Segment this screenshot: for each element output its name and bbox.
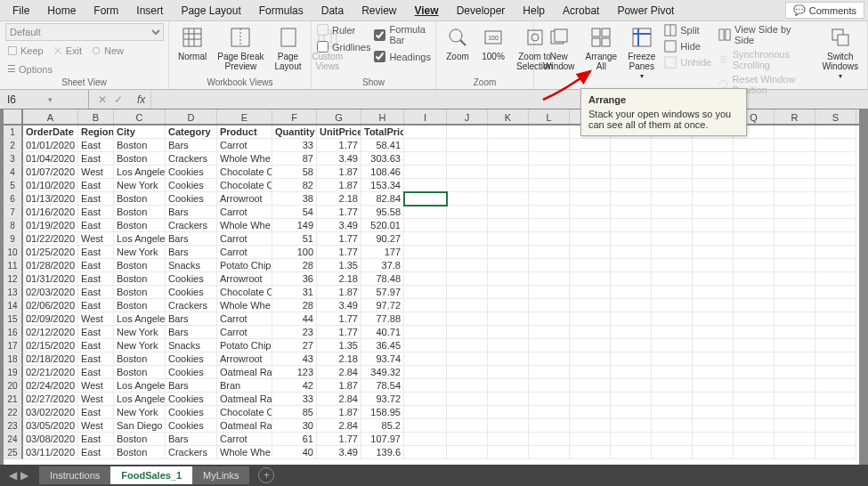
cell[interactable]: Oatmeal Ra	[217, 393, 272, 406]
cell[interactable]: 97.72	[361, 299, 404, 312]
cell[interactable]: Quantity	[272, 126, 317, 139]
cell[interactable]	[693, 299, 734, 312]
cell[interactable]: West	[78, 379, 114, 393]
cell[interactable]: 43	[272, 352, 317, 366]
cell[interactable]	[447, 446, 488, 459]
cell[interactable]: 2.18	[317, 272, 361, 286]
cell[interactable]	[447, 152, 488, 166]
cell[interactable]: Boston	[114, 272, 166, 286]
cell[interactable]: 40	[272, 446, 317, 459]
cell[interactable]: 03/02/2020	[23, 406, 78, 419]
cell[interactable]	[447, 299, 488, 312]
cell[interactable]: Region	[78, 126, 114, 139]
row-header[interactable]: 20	[4, 379, 23, 393]
cell[interactable]	[775, 366, 815, 379]
cell[interactable]: 1.77	[317, 246, 361, 259]
cell[interactable]	[570, 379, 611, 393]
tab-data[interactable]: Data	[312, 1, 353, 20]
cell[interactable]: 28	[272, 299, 317, 312]
row-header[interactable]: 11	[4, 259, 23, 272]
cell[interactable]: 2.84	[317, 393, 361, 406]
cell[interactable]	[404, 246, 447, 259]
cell[interactable]	[734, 286, 775, 299]
cell[interactable]	[488, 299, 529, 312]
cell[interactable]: Bars	[166, 433, 217, 446]
sync-scrolling-button[interactable]: Synchronous Scrolling	[717, 48, 815, 71]
cell[interactable]: 03/05/2020	[23, 419, 78, 433]
cell[interactable]	[447, 339, 488, 352]
cell[interactable]: OrderDate	[23, 126, 78, 139]
cell[interactable]	[815, 152, 856, 166]
row-header[interactable]: 21	[4, 393, 23, 406]
cell[interactable]	[488, 126, 529, 139]
cell[interactable]: 33	[272, 393, 317, 406]
cell[interactable]	[775, 259, 815, 272]
row-header[interactable]: 12	[4, 272, 23, 286]
cell[interactable]	[570, 352, 611, 366]
cell[interactable]	[529, 366, 570, 379]
cell[interactable]	[611, 352, 652, 366]
cell[interactable]: Chocolate C	[217, 179, 272, 192]
cell[interactable]	[815, 433, 856, 446]
cell[interactable]	[693, 406, 734, 419]
cancel-formula-icon[interactable]: ✕	[98, 93, 107, 106]
cell[interactable]	[775, 326, 815, 339]
cell[interactable]: West	[78, 419, 114, 433]
cell[interactable]	[404, 179, 447, 192]
cell[interactable]	[488, 166, 529, 179]
cell[interactable]	[652, 179, 693, 192]
cell[interactable]	[652, 352, 693, 366]
cell[interactable]	[529, 379, 570, 393]
column-header[interactable]: B	[78, 109, 114, 124]
cell[interactable]	[570, 232, 611, 246]
cell[interactable]: 1.87	[317, 379, 361, 393]
cell[interactable]	[652, 139, 693, 152]
cell[interactable]: Crackers	[166, 299, 217, 312]
cell[interactable]	[611, 152, 652, 166]
cell[interactable]	[775, 126, 815, 139]
cell[interactable]: 02/27/2020	[23, 393, 78, 406]
cell[interactable]	[611, 192, 652, 206]
cell[interactable]: 107.97	[361, 433, 404, 446]
cell[interactable]	[488, 246, 529, 259]
cell[interactable]: 31	[272, 286, 317, 299]
zoom-button[interactable]: Zoom	[442, 23, 474, 63]
cell[interactable]	[693, 139, 734, 152]
cell[interactable]	[447, 352, 488, 366]
cell[interactable]	[734, 219, 775, 232]
cell[interactable]: Boston	[114, 152, 166, 166]
cell[interactable]: West	[78, 393, 114, 406]
cell[interactable]	[693, 446, 734, 459]
cell[interactable]: Carrot	[217, 206, 272, 219]
cell[interactable]: 58.41	[361, 139, 404, 152]
cell[interactable]	[611, 393, 652, 406]
cell[interactable]	[529, 206, 570, 219]
cell[interactable]: 87	[272, 152, 317, 166]
cell[interactable]	[488, 139, 529, 152]
cell[interactable]	[404, 393, 447, 406]
cell[interactable]	[404, 206, 447, 219]
cell[interactable]: 1.35	[317, 339, 361, 352]
cell[interactable]	[611, 219, 652, 232]
cell[interactable]: 100	[272, 246, 317, 259]
cell[interactable]	[611, 286, 652, 299]
cell[interactable]	[815, 312, 856, 326]
cell[interactable]: Crackers	[166, 219, 217, 232]
cell[interactable]	[447, 286, 488, 299]
cell[interactable]	[447, 393, 488, 406]
sheet-tab[interactable]: Instructions	[39, 466, 110, 484]
cell[interactable]	[447, 366, 488, 379]
cell[interactable]: Cookies	[166, 352, 217, 366]
cell[interactable]	[447, 326, 488, 339]
tab-home[interactable]: Home	[38, 1, 85, 20]
normal-view-button[interactable]: Normal	[174, 23, 210, 63]
cell[interactable]	[570, 286, 611, 299]
cell[interactable]: 42	[272, 379, 317, 393]
cell[interactable]	[488, 326, 529, 339]
cell[interactable]: San Diego	[114, 419, 166, 433]
cell[interactable]	[488, 312, 529, 326]
new-view-button[interactable]: New	[89, 45, 126, 57]
sheet-tab[interactable]: FoodSales_1	[110, 466, 192, 484]
cell[interactable]: 2.18	[317, 352, 361, 366]
tab-formulas[interactable]: Formulas	[250, 1, 312, 20]
